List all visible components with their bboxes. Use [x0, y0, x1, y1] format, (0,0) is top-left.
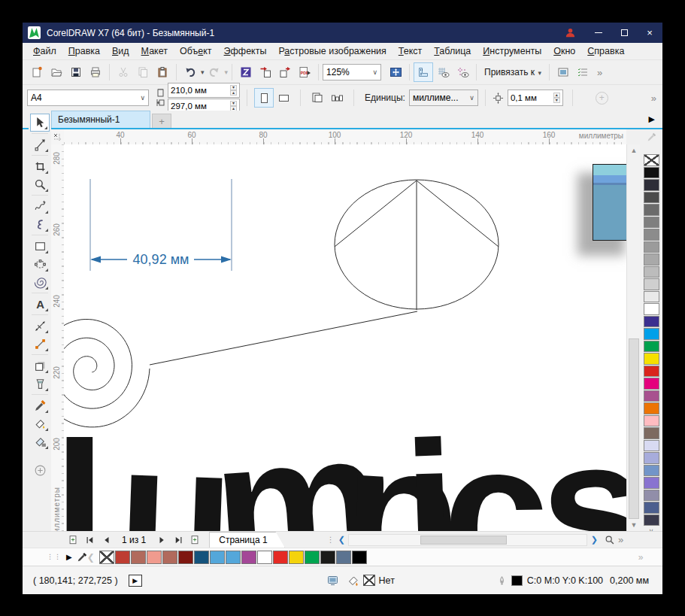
print-button[interactable] [86, 62, 105, 82]
color-swatch[interactable] [644, 390, 659, 402]
color-swatch[interactable] [226, 551, 241, 564]
color-swatch[interactable] [644, 167, 659, 179]
color-swatch[interactable] [644, 402, 659, 414]
horizontal-ruler[interactable]: миллиметры406080100120140160 [64, 129, 626, 144]
menu-item[interactable]: Объект [174, 44, 218, 59]
sign-in-button[interactable] [559, 23, 581, 43]
scroll-up-arrow[interactable]: ▲ [627, 144, 641, 156]
color-swatch[interactable] [644, 229, 659, 241]
current-page-layout-button[interactable] [308, 88, 327, 108]
vertical-scroll-thumb[interactable] [629, 338, 639, 519]
color-swatch[interactable] [644, 278, 659, 290]
view-settings-button[interactable] [573, 62, 593, 82]
palette-flyout-arrow[interactable]: ▶ [66, 553, 72, 561]
document-tab[interactable]: Безымянный-1 [51, 111, 150, 128]
menu-item[interactable]: Правка [62, 44, 106, 59]
color-swatch[interactable] [644, 502, 659, 514]
color-swatch[interactable] [644, 465, 659, 477]
drop-shadow-tool[interactable] [30, 357, 50, 375]
next-page-button[interactable] [153, 533, 170, 548]
color-swatch[interactable] [644, 415, 659, 427]
vertical-scrollbar[interactable]: ▲ ▼ [626, 144, 640, 531]
no-color-swatch[interactable] [99, 551, 114, 564]
color-swatch[interactable] [644, 253, 659, 266]
color-eyedropper-tool[interactable] [30, 396, 50, 414]
pasted-image-thumbnail[interactable] [593, 164, 626, 241]
fill-tool[interactable] [30, 414, 50, 432]
dimension-annotation[interactable]: 40,92 мм [90, 179, 232, 271]
copy-button[interactable] [133, 62, 153, 82]
publish-pdf-button[interactable]: PDF [295, 62, 314, 82]
scroll-right-arrow[interactable]: ❯ [591, 535, 598, 545]
options-button[interactable] [553, 62, 573, 82]
menu-item[interactable]: Таблица [428, 44, 477, 59]
snap-to-button[interactable]: Привязать к ▾ [484, 67, 541, 77]
color-swatch[interactable] [147, 551, 162, 564]
color-swatch[interactable] [644, 266, 659, 278]
landscape-button[interactable] [274, 88, 293, 108]
cut-button[interactable] [114, 62, 133, 82]
dimension-tool[interactable] [30, 317, 50, 335]
color-swatch[interactable] [644, 192, 659, 204]
ruler-origin-box[interactable] [51, 129, 64, 144]
add-page-before-button[interactable] [65, 533, 81, 548]
color-swatch[interactable] [336, 551, 351, 564]
pagebar-overflow-chevrons[interactable]: » [618, 534, 622, 545]
color-swatch[interactable] [644, 291, 659, 303]
color-swatch[interactable] [644, 328, 659, 340]
sampled-color-button[interactable] [641, 129, 662, 144]
palette-overflow-chevrons[interactable]: » [638, 552, 642, 563]
artistic-media-tool[interactable] [30, 215, 50, 233]
color-swatch[interactable] [644, 366, 659, 378]
connector-tool[interactable] [30, 335, 50, 353]
import-button[interactable] [256, 62, 275, 82]
first-page-button[interactable] [81, 533, 98, 548]
vertical-ruler[interactable]: миллиметры280260240220200 [51, 144, 64, 531]
ellipse-shape[interactable] [335, 180, 499, 310]
palette-scroll-left[interactable]: ❮ [87, 552, 95, 563]
portrait-button[interactable] [254, 88, 274, 108]
redo-button[interactable] [205, 62, 224, 82]
docker-flyout-arrow[interactable]: ▶ [649, 114, 655, 124]
maximize-button[interactable] [611, 23, 637, 43]
menu-item[interactable]: Файл [27, 44, 62, 59]
page-height-spinner[interactable]: ▾▴ [230, 101, 237, 111]
zoom-level-combo[interactable]: 125%∨ [323, 64, 381, 80]
color-swatch[interactable] [644, 440, 659, 452]
page-width-field[interactable]: 210,0 мм▾▴ [168, 83, 240, 98]
ellipse-tool[interactable] [30, 255, 50, 273]
zoom-tool[interactable] [30, 175, 50, 193]
color-swatch[interactable] [644, 490, 659, 502]
color-swatch[interactable] [644, 427, 659, 439]
add-page-after-button[interactable] [186, 533, 203, 548]
undo-button[interactable] [180, 62, 200, 82]
color-swatch[interactable] [644, 341, 659, 353]
export-button[interactable] [275, 62, 295, 82]
menu-item[interactable]: Инструменты [477, 44, 547, 59]
color-swatch[interactable] [305, 551, 320, 564]
customize-toolbox-button[interactable] [30, 461, 50, 479]
save-button[interactable] [66, 62, 86, 82]
color-swatch[interactable] [178, 551, 193, 564]
color-swatch[interactable] [257, 551, 272, 564]
menu-item[interactable]: Вид [106, 44, 135, 59]
previous-page-button[interactable] [98, 533, 114, 548]
last-page-button[interactable] [170, 533, 186, 548]
nudge-spinner[interactable]: ▴▾ [553, 93, 560, 103]
color-swatch[interactable] [644, 514, 659, 526]
scroll-down-arrow[interactable]: ▼ [627, 519, 641, 531]
color-swatch[interactable] [162, 551, 177, 564]
page-width-spinner[interactable]: ▾▴ [230, 85, 237, 96]
lumpics-logo-text[interactable]: lumpics [64, 392, 626, 531]
page-preset-combo[interactable]: A4∨ [27, 90, 149, 106]
color-swatch[interactable] [644, 241, 659, 253]
palette-eyedropper-icon[interactable] [77, 552, 87, 563]
rectangle-tool[interactable] [30, 237, 50, 255]
close-button[interactable]: × [637, 23, 662, 43]
new-tab-button[interactable]: + [152, 114, 171, 128]
color-swatch[interactable] [644, 179, 659, 191]
show-guidelines-button[interactable] [453, 62, 472, 82]
menu-item[interactable]: Текст [393, 44, 428, 59]
new-document-button[interactable] [27, 62, 47, 82]
color-swatch[interactable] [644, 353, 659, 365]
